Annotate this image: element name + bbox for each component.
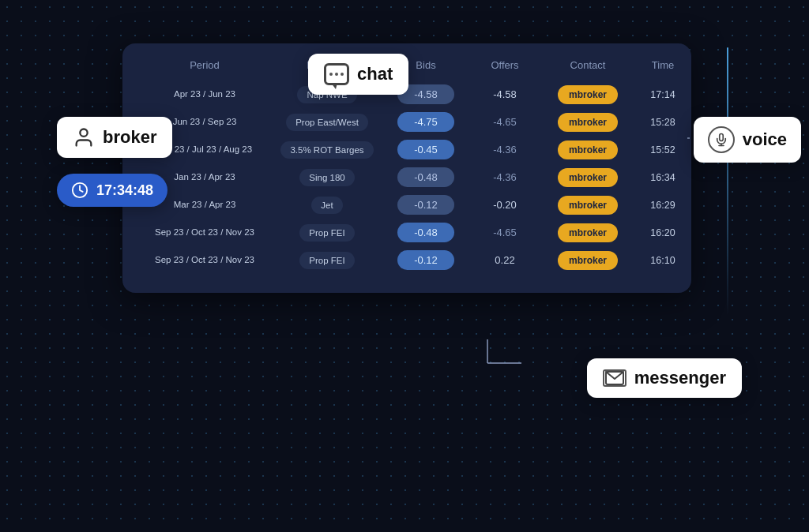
offer-cell: -4.65 <box>465 227 544 238</box>
contact-pill: mbroker <box>558 113 618 132</box>
bid-cell[interactable]: -0.12 <box>386 195 465 215</box>
contact-cell[interactable]: mbroker <box>544 168 631 187</box>
svg-rect-4 <box>719 134 723 141</box>
product-pill: 3.5% ROT Barges <box>280 141 373 159</box>
time-cell: 17:14 <box>631 89 694 100</box>
product-pill: Prop East/West <box>286 114 368 131</box>
table-row: Sep 23 / Oct 23 / Nov 23 Prop FEI -0.48 … <box>141 219 672 246</box>
product-pill: Sing 180 <box>299 169 354 186</box>
contact-cell[interactable]: mbroker <box>544 251 631 270</box>
offer-cell: 0.22 <box>465 254 544 266</box>
time-card[interactable]: 17:34:48 <box>57 174 167 207</box>
product-pill: Prop FEI <box>299 224 354 242</box>
time-cell: 15:52 <box>631 144 694 155</box>
contact-pill: mbroker <box>558 168 618 187</box>
product-cell: 3.5% ROT Barges <box>268 141 386 159</box>
bid-value: -0.12 <box>397 250 454 270</box>
bid-cell[interactable]: -0.45 <box>386 140 465 159</box>
header-period: Period <box>141 59 268 71</box>
offer-value: -4.65 <box>493 116 517 128</box>
offer-value: 0.22 <box>495 254 514 266</box>
messenger-label: messenger <box>634 368 726 388</box>
product-cell: Prop East/West <box>268 114 386 131</box>
header-time: Time <box>631 59 694 71</box>
bid-value: -0.48 <box>397 223 454 242</box>
time-cell: 16:20 <box>631 227 694 238</box>
contact-cell[interactable]: mbroker <box>544 140 631 159</box>
bid-value: -4.75 <box>397 112 454 132</box>
time-label: 17:34:48 <box>96 182 153 199</box>
contact-pill: mbroker <box>558 140 618 159</box>
contact-cell[interactable]: mbroker <box>544 113 631 132</box>
offer-cell: -4.58 <box>465 88 544 100</box>
table-row: Jun 23 / Jul 23 / Aug 23 3.5% ROT Barges… <box>141 136 672 163</box>
contact-pill: mbroker <box>558 196 618 215</box>
product-cell: Jet <box>268 197 386 214</box>
period-cell: Sep 23 / Oct 23 / Nov 23 <box>141 253 268 266</box>
contact-cell[interactable]: mbroker <box>544 196 631 215</box>
offer-cell: -4.36 <box>465 144 544 155</box>
bid-cell[interactable]: -0.48 <box>386 167 465 187</box>
contact-pill: mbroker <box>558 251 618 270</box>
offer-value: -4.36 <box>493 144 517 155</box>
header-offers: Offers <box>465 59 544 71</box>
contact-cell[interactable]: mbroker <box>544 85 631 104</box>
voice-label: voice <box>743 129 787 150</box>
time-cell: 16:10 <box>631 255 694 266</box>
envelope-icon <box>603 369 627 387</box>
chat-card[interactable]: chat <box>308 54 408 95</box>
period-cell: Sep 23 / Oct 23 / Nov 23 <box>141 226 268 238</box>
bid-cell[interactable]: -0.12 <box>386 250 465 270</box>
product-pill: Prop FEI <box>299 252 354 269</box>
product-cell: Sing 180 <box>268 169 386 186</box>
product-cell: Prop FEI <box>268 252 386 269</box>
product-pill: Jet <box>311 197 342 214</box>
contact-cell[interactable]: mbroker <box>544 223 631 242</box>
offer-value: -4.58 <box>493 88 517 100</box>
person-icon <box>73 126 95 148</box>
contact-pill: mbroker <box>558 223 618 242</box>
microphone-icon <box>708 126 735 153</box>
table-row: Jan 23 / Apr 23 Sing 180 -0.48 -4.36 mbr… <box>141 163 672 191</box>
broker-label: broker <box>103 127 156 148</box>
time-cell: 16:29 <box>631 200 694 211</box>
offer-value: -4.65 <box>493 227 517 238</box>
vertical-indicator <box>727 47 728 316</box>
offer-cell: -4.36 <box>465 171 544 183</box>
period-cell: Apr 23 / Jun 23 <box>141 88 268 100</box>
chat-label: chat <box>357 64 393 84</box>
offer-value: -0.20 <box>493 199 517 211</box>
offer-value: -4.36 <box>493 171 517 183</box>
table-row: Sep 23 / Oct 23 / Nov 23 Prop FEI -0.12 … <box>141 246 672 274</box>
clock-icon <box>71 182 88 199</box>
bid-cell[interactable]: -4.75 <box>386 112 465 132</box>
offer-cell: -0.20 <box>465 199 544 211</box>
offer-cell: -4.65 <box>465 116 544 128</box>
messenger-card[interactable]: messenger <box>587 358 742 398</box>
chat-icon <box>324 63 349 85</box>
voice-card[interactable]: voice <box>694 117 801 163</box>
table-row: Jun 23 / Sep 23 Prop East/West -4.75 -4.… <box>141 108 672 136</box>
bid-value: -0.48 <box>397 167 454 187</box>
bid-value: -0.12 <box>397 195 454 215</box>
bid-value: -0.45 <box>397 140 454 159</box>
broker-card[interactable]: broker <box>57 117 172 158</box>
time-cell: 15:28 <box>631 117 694 128</box>
svg-point-3 <box>80 129 87 137</box>
time-cell: 16:34 <box>631 172 694 183</box>
product-cell: Prop FEI <box>268 224 386 242</box>
contact-pill: mbroker <box>558 85 618 104</box>
bid-cell[interactable]: -0.48 <box>386 223 465 242</box>
header-contact: Contact <box>544 59 631 71</box>
chat-dots <box>329 73 344 76</box>
table-row: Mar 23 / Apr 23 Jet -0.12 -0.20 mbroker … <box>141 191 672 219</box>
